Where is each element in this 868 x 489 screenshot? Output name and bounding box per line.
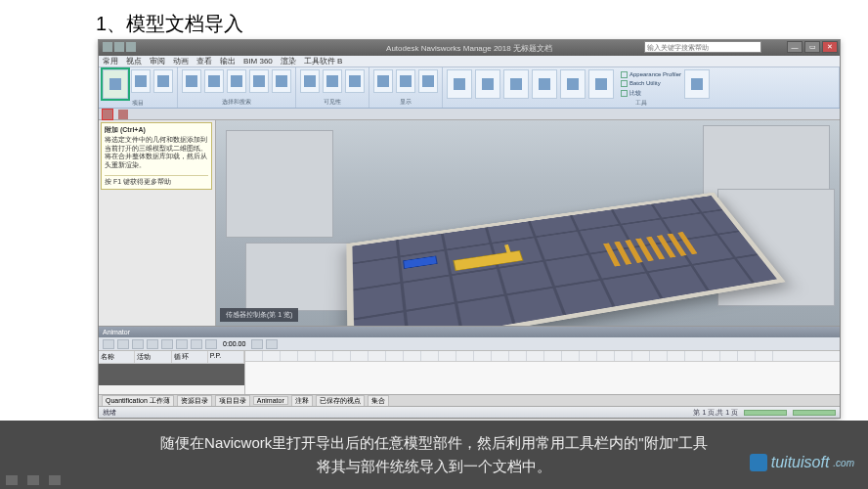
memory-bar — [793, 410, 836, 416]
append-icon — [109, 78, 121, 90]
blue-truck-model[interactable] — [403, 255, 438, 268]
animator-title[interactable]: Animator — [99, 327, 840, 337]
status-pages: 第 1 页,共 1 页 — [693, 408, 738, 418]
sets-button[interactable] — [249, 69, 269, 93]
col-loop: 循 环 — [172, 351, 208, 363]
tab-project[interactable]: 项目目录 — [215, 395, 250, 407]
anim-cam-icon[interactable] — [251, 339, 263, 349]
autodesk-rendering-button[interactable] — [532, 69, 557, 99]
hide-button[interactable] — [300, 69, 320, 93]
selection-tree-button[interactable] — [227, 69, 246, 93]
maximize-button[interactable]: ▭ — [804, 41, 820, 53]
timeliner-button[interactable] — [475, 69, 500, 99]
animator-panel: Animator 0:00.00 名称 活动 循 — [99, 326, 840, 394]
animator-button[interactable] — [560, 69, 586, 99]
tab-render[interactable]: 渲染 — [281, 56, 296, 67]
anim-delete-icon[interactable] — [117, 339, 129, 349]
3d-viewport[interactable]: 传感器控制条(第 1 览) — [216, 120, 840, 326]
left-panel: 附加 (Ctrl+A) 将选定文件中的几何和数据添加到当前打开的三维模型或二维图… — [99, 120, 216, 326]
batch-utility-check[interactable]: Batch Utility — [621, 79, 681, 88]
watermark-logo-icon — [750, 454, 767, 471]
help-search-input[interactable] — [644, 41, 761, 53]
tab-quantification[interactable]: Quantification 工作薄 — [102, 395, 174, 407]
tab-animator-bottom[interactable]: Animator — [253, 396, 288, 405]
menu-tabs[interactable]: 常用 视点 审阅 动画 查看 输出 BIM 360 渲染 工具软件 B — [99, 56, 840, 67]
tab-tools[interactable]: 工具软件 B — [304, 56, 343, 67]
caption-line-2: 将其与部件统统导入到一个文档中。 — [317, 455, 551, 478]
merge-icon[interactable] — [118, 110, 128, 119]
animator-empty-row[interactable] — [99, 364, 244, 385]
timecode: 0:00.00 — [220, 340, 248, 347]
slide-area: 1、模型文档导入 Autodesk Navisworks Manage 2018… — [0, 0, 868, 421]
quick-properties-button[interactable] — [396, 69, 415, 93]
titlebar[interactable]: Autodesk Navisworks Manage 2018 无标题文档 — … — [99, 40, 840, 56]
qat-undo-icon[interactable] — [114, 42, 124, 52]
ribbon: 项目 选择和搜索 可见性 — [99, 67, 840, 109]
yellow-crane-model[interactable] — [453, 250, 523, 271]
ribbon-group-visibility: 可见性 — [296, 67, 369, 108]
bottom-tabs[interactable]: Quantification 工作薄 资源目录 项目目录 Animator 注释… — [99, 394, 840, 406]
required-button[interactable] — [323, 69, 342, 93]
tooltip-title: 附加 (Ctrl+A) — [105, 126, 208, 134]
datatools-button[interactable] — [684, 69, 710, 99]
select-button[interactable] — [182, 69, 201, 93]
caption-band: 随便在Navicwork里打开导出后的任意模型部件，然后利用常用工具栏内的"附加… — [0, 421, 868, 489]
timeline-ruler[interactable] — [245, 351, 840, 362]
equipment-group[interactable] — [603, 232, 697, 266]
tab-resource[interactable]: 资源目录 — [177, 395, 212, 407]
links-button[interactable] — [373, 69, 393, 93]
unhide-all-button[interactable] — [345, 69, 365, 93]
quantification-button[interactable] — [503, 69, 529, 99]
col-active: 活动 — [135, 351, 171, 363]
col-name: 名称 — [99, 351, 135, 363]
scripter-button[interactable] — [588, 69, 614, 99]
append-icon-small[interactable] — [103, 110, 112, 119]
appearance-profiler-check[interactable]: Appearance Profiler — [621, 70, 681, 79]
properties-button[interactable] — [418, 69, 438, 93]
tab-animation[interactable]: 动画 — [173, 56, 189, 67]
quick-access-toolbar[interactable] — [103, 42, 136, 52]
tab-home[interactable]: 常用 — [103, 56, 118, 67]
anim-forward-icon[interactable] — [205, 339, 217, 349]
anim-play-icon[interactable] — [161, 339, 173, 349]
tab-review[interactable]: 审阅 — [150, 56, 165, 67]
tooltip-hint: 按 F1 键获得更多帮助 — [105, 175, 208, 186]
taskbar-icon — [49, 475, 61, 485]
reset-icon — [157, 75, 169, 87]
tab-viewpoint[interactable]: 视点 — [126, 56, 142, 67]
qat-save-icon[interactable] — [103, 42, 112, 52]
tab-comments[interactable]: 注释 — [291, 395, 313, 407]
animator-toolbar[interactable]: 0:00.00 — [99, 337, 840, 351]
minimize-button[interactable]: — — [787, 41, 803, 53]
anim-section-icon[interactable] — [266, 339, 278, 349]
tab-output[interactable]: 输出 — [220, 56, 236, 67]
animator-tree[interactable]: 名称 活动 循 环 P.P. — [99, 351, 245, 394]
reset-all-button[interactable] — [153, 69, 173, 93]
viewport-status: 传感器控制条(第 1 览) — [220, 308, 298, 322]
close-button[interactable]: ✕ — [822, 41, 838, 53]
watermark-tld: .com — [833, 458, 854, 468]
anim-add-icon[interactable] — [103, 339, 114, 349]
anim-rewind-icon[interactable] — [132, 339, 144, 349]
status-left: 就绪 — [103, 408, 116, 418]
compare-check[interactable]: 比较 — [621, 88, 681, 99]
tab-sets[interactable]: 集合 — [368, 395, 389, 407]
anim-stepback-icon[interactable] — [147, 339, 158, 349]
tab-saved-viewpoints[interactable]: 已保存的视点 — [316, 395, 365, 407]
refresh-button[interactable] — [131, 69, 151, 93]
tooltip-body: 将选定文件中的几何和数据添加到当前打开的三维模型或二维图纸。将在合并整体数据库卸… — [105, 136, 208, 169]
tab-view[interactable]: 查看 — [196, 56, 212, 67]
clash-detective-button[interactable] — [447, 69, 472, 99]
append-button[interactable] — [103, 69, 128, 99]
ribbon-group-select: 选择和搜索 — [178, 67, 296, 108]
save-selection-button[interactable] — [204, 69, 224, 93]
find-button[interactable] — [272, 69, 291, 93]
qat-redo-icon[interactable] — [126, 42, 136, 52]
anim-stop-icon[interactable] — [176, 339, 188, 349]
animator-timeline[interactable] — [245, 351, 840, 394]
caption-line-1: 随便在Navicwork里打开导出后的任意模型部件，然后利用常用工具栏内的"附加… — [160, 431, 708, 455]
taskbar-icon — [27, 475, 39, 485]
secondary-toolbar[interactable] — [99, 109, 840, 120]
tab-bim360[interactable]: BIM 360 — [243, 57, 273, 66]
anim-stepfwd-icon[interactable] — [191, 339, 202, 349]
